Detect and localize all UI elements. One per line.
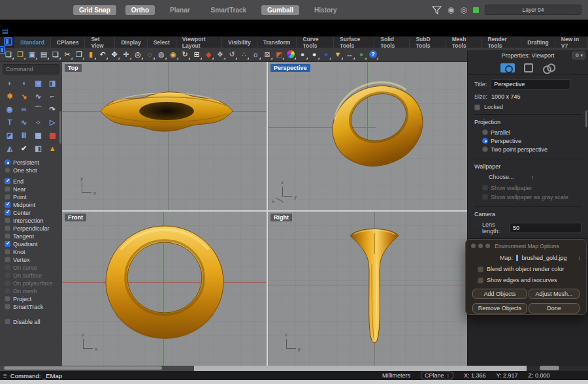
locked-row[interactable]: Locked <box>474 104 581 110</box>
rotate-view-icon[interactable]: ↻ <box>179 49 191 60</box>
layer-color-swatch[interactable] <box>473 7 479 13</box>
osnap-checkbox[interactable] <box>5 296 10 302</box>
shaded-sphere-icon[interactable]: ● <box>297 49 308 60</box>
material-icon[interactable]: ▼ <box>332 49 344 60</box>
polyline-tool-icon[interactable]: ⌐ <box>45 90 59 102</box>
dialog-checkbox-row[interactable]: Blend with object render color <box>478 266 581 272</box>
cut-icon[interactable]: ✂ <box>61 49 73 60</box>
sidebar-hscroll-thumb[interactable] <box>4 366 162 370</box>
toolbar-tab[interactable]: Solid Tools <box>374 37 410 48</box>
mode-toggle[interactable]: Gumball <box>261 5 299 15</box>
render-icon[interactable]: ◆ <box>203 49 214 60</box>
mode-toggle[interactable]: Grid Snap <box>73 5 116 15</box>
osnap-row[interactable]: Near <box>5 186 59 192</box>
mode-toggle[interactable]: History <box>308 5 342 15</box>
points-curve-tool-icon[interactable]: ∿ <box>17 116 31 128</box>
spin-view-icon[interactable]: ↺ <box>226 49 238 60</box>
locked-checkbox[interactable] <box>474 104 480 110</box>
map-dropdown[interactable]: Map: brushed_gold.jpg ↕ <box>500 255 581 261</box>
panel-scrollbar[interactable] <box>585 110 587 127</box>
dialog-checkbox[interactable] <box>478 278 483 283</box>
selection-filter-icon[interactable] <box>432 6 442 14</box>
toolbar-tab[interactable]: Standard <box>14 37 51 48</box>
plane-tool-icon[interactable]: ▷ <box>45 116 59 128</box>
toolbar-tab[interactable]: SubD Tools <box>410 37 446 48</box>
viewport-properties-icon[interactable] <box>500 63 515 72</box>
osnap-checkbox[interactable] <box>5 186 10 192</box>
osnap-row[interactable]: On curve <box>5 264 59 270</box>
gear-menu-button[interactable]: ⚙ ▾ <box>572 52 585 59</box>
osnap-row[interactable]: One shot <box>5 167 59 173</box>
point-cloud-tool-icon[interactable]: ⁘ <box>31 116 46 128</box>
rendered-sphere-icon[interactable]: ● <box>308 49 320 60</box>
viewport-top-label[interactable]: Top <box>65 64 82 72</box>
toolbar-tab[interactable]: Render Tools <box>482 37 521 48</box>
osnap-checkbox[interactable] <box>5 217 10 223</box>
blue-sphere-icon[interactable]: ● <box>320 49 332 60</box>
arc-blend-tool-icon[interactable]: ↷ <box>45 103 59 115</box>
osnap-checkbox[interactable] <box>5 167 10 173</box>
surface-tool-icon[interactable]: ◗ <box>3 77 17 89</box>
toolbar-tab[interactable]: Visibility <box>222 37 257 48</box>
earth-icon[interactable]: ● <box>355 49 367 60</box>
zoom-window-icon[interactable]: ◌ <box>144 49 155 60</box>
print-icon[interactable]: ▤ <box>38 49 50 60</box>
osnap-row[interactable]: On mesh <box>5 288 59 294</box>
toolbar-tab[interactable]: Viewport Layout <box>176 37 222 48</box>
left-panel-toggle-icon[interactable] <box>4 37 12 46</box>
toolbar-tab[interactable]: New in V7 <box>555 37 588 48</box>
grid-tool-icon[interactable]: ▦ <box>31 129 46 141</box>
text-tool-icon[interactable]: T <box>3 116 17 128</box>
box-tool-icon[interactable]: ◪ <box>3 129 17 141</box>
viewport-hscroll-track[interactable] <box>194 366 527 371</box>
osnap-row[interactable]: Project <box>5 296 59 302</box>
osnap-checkbox[interactable] <box>5 257 10 263</box>
check-tool-icon[interactable]: ✔ <box>17 142 31 154</box>
surface-tool-icon[interactable]: ◨ <box>45 77 59 89</box>
toolbar-tab[interactable]: Mesh Tools <box>446 37 482 48</box>
osnap-checkbox[interactable] <box>5 280 10 286</box>
current-layer-field[interactable]: Layer 04 <box>485 5 581 15</box>
osnap-checkbox[interactable] <box>5 272 10 278</box>
osnap-row[interactable]: Point <box>5 194 59 200</box>
zoom-dynamic-icon[interactable]: ◍ <box>155 49 167 60</box>
surface-tool-icon[interactable]: ◖ <box>17 77 31 89</box>
osnap-checkbox[interactable] <box>5 178 10 184</box>
osnap-checkbox[interactable] <box>5 210 10 216</box>
object-properties-icon[interactable] <box>524 63 533 72</box>
record-target-icon[interactable]: ◎ <box>461 6 467 14</box>
dialog-button[interactable]: Remove Objects <box>472 303 527 313</box>
toolbar-tab[interactable]: Display <box>115 37 147 48</box>
dialog-checkbox[interactable] <box>478 266 483 272</box>
undo-icon[interactable]: ↶ <box>97 49 108 60</box>
option-row[interactable]: Show wallpaper as gray scale <box>482 194 581 200</box>
osnap-checkbox[interactable] <box>5 249 10 255</box>
lens-length-field[interactable] <box>510 223 581 233</box>
osnap-row[interactable]: SmartTrack <box>5 304 59 310</box>
units-label[interactable]: Millimeters <box>382 372 410 379</box>
viewport-front[interactable]: Front zx <box>62 212 267 366</box>
cone-tool-icon[interactable]: ◭ <box>3 142 17 154</box>
disable-all-row[interactable]: Disable all <box>3 319 59 325</box>
viewport-top[interactable]: Top yx <box>62 62 267 210</box>
export-icon[interactable]: ❏ <box>50 49 61 60</box>
option-row[interactable]: Two point perspective <box>482 146 581 152</box>
dialog-checkbox-row[interactable]: Show edges and isocurves <box>478 277 581 283</box>
osnap-row[interactable]: Midpoint <box>5 202 59 208</box>
ring-right-view[interactable] <box>345 225 404 349</box>
select-tool-icon[interactable]: ✱ <box>3 90 17 102</box>
option-control[interactable] <box>482 138 488 144</box>
array-tool-icon[interactable]: ▦ <box>45 129 59 141</box>
viewport-layout-icon[interactable]: ⊞ <box>191 49 203 60</box>
sand-tool-icon[interactable]: ▲ <box>45 142 59 154</box>
option-row[interactable]: Parallel <box>482 129 581 135</box>
osnap-row[interactable]: On surface <box>5 272 59 278</box>
ring-perspective-view[interactable] <box>319 72 436 177</box>
display-mode-icon[interactable]: ◩ <box>273 49 285 60</box>
open-file-icon[interactable]: ❐ <box>14 49 26 60</box>
osnap-row[interactable]: Persistent <box>5 159 59 165</box>
wallpaper-choose[interactable]: Choose...↕ <box>489 174 581 180</box>
cplane-dropdown[interactable]: CPlane↕ <box>421 372 453 379</box>
ring-front-view[interactable] <box>103 222 227 343</box>
dialog-button[interactable]: Adjust Mesh... <box>529 289 580 299</box>
